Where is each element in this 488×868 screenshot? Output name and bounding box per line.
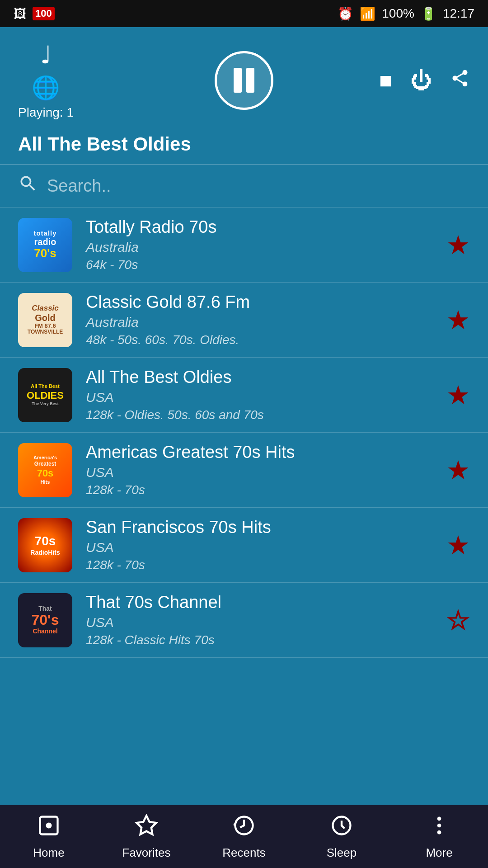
- wifi-icon: 📶: [360, 6, 375, 21]
- nav-home-label: Home: [33, 846, 64, 860]
- station-country: USA: [86, 540, 433, 555]
- station-name: Classic Gold 87.6 Fm: [86, 292, 433, 312]
- station-info: San Franciscos 70s Hits USA 128k - 70s: [86, 518, 433, 572]
- globe-icon: 🌐: [32, 75, 60, 101]
- station-name: All The Best Oldies: [86, 368, 433, 387]
- radio-item[interactable]: America'sGreatest70sHits Americas Greate…: [0, 433, 488, 508]
- search-icon: [18, 174, 38, 198]
- favorite-star[interactable]: ★: [446, 530, 470, 561]
- pause-bar-right: [246, 68, 254, 93]
- player-header: ♩ 🌐 Playing: 1 ■ ⏻: [0, 27, 488, 129]
- station-meta: 128k - Oldies. 50s. 60s and 70s: [86, 408, 433, 422]
- share-button[interactable]: [450, 68, 470, 93]
- svg-point-5: [437, 816, 441, 821]
- station-logo: totallyradio70's: [18, 218, 72, 272]
- pause-bar-left: [234, 68, 242, 93]
- photo-icon: 🖼: [14, 6, 26, 21]
- pause-button[interactable]: [215, 51, 273, 110]
- station-country: Australia: [86, 315, 433, 330]
- battery-icon: 🔋: [421, 6, 436, 21]
- favorites-icon: [135, 814, 158, 842]
- station-meta: 128k - Classic Hits 70s: [86, 633, 433, 647]
- sleep-icon: [330, 814, 353, 842]
- nav-favorites[interactable]: Favorites: [113, 814, 180, 860]
- station-info: Americas Greatest 70s Hits USA 128k - 70…: [86, 443, 433, 497]
- power-button[interactable]: ⏻: [410, 68, 432, 93]
- station-meta: 128k - 70s: [86, 483, 433, 497]
- svg-point-1: [46, 822, 52, 828]
- current-station-title: All The Best Oldies: [18, 133, 470, 155]
- nav-sleep-label: Sleep: [327, 846, 357, 860]
- nav-more-label: More: [426, 846, 452, 860]
- station-logo: All The BestOLDIESThe Very Best: [18, 368, 72, 422]
- favorite-star[interactable]: ★: [446, 230, 470, 260]
- nav-sleep[interactable]: Sleep: [308, 814, 375, 860]
- station-country: USA: [86, 615, 433, 630]
- station-logo: 70sRadioHits: [18, 518, 72, 572]
- stop-button[interactable]: ■: [379, 68, 392, 93]
- nav-home[interactable]: Home: [15, 814, 83, 860]
- radio-app-icon: 100: [33, 7, 55, 20]
- radio-list: totallyradio70's Totally Radio 70s Austr…: [0, 208, 488, 805]
- main-content: ♩ 🌐 Playing: 1 ■ ⏻ All The Best Oldie: [0, 27, 488, 805]
- radio-item[interactable]: ClassicGoldFM 87.6TOWNSVILLE Classic Gol…: [0, 283, 488, 358]
- nav-recents[interactable]: Recents: [210, 814, 278, 860]
- station-country: USA: [86, 390, 433, 405]
- station-country: Australia: [86, 240, 433, 255]
- station-name: Americas Greatest 70s Hits: [86, 443, 433, 462]
- station-logo: ClassicGoldFM 87.6TOWNSVILLE: [18, 293, 72, 347]
- nav-more[interactable]: More: [405, 814, 473, 860]
- station-logo: That70'sChannel: [18, 593, 72, 647]
- station-info: Classic Gold 87.6 Fm Australia 48k - 50s…: [86, 292, 433, 347]
- radio-item[interactable]: That70'sChannel That 70s Channel USA 128…: [0, 583, 488, 658]
- station-title-bar: All The Best Oldies: [0, 129, 488, 165]
- favorite-star[interactable]: ★: [446, 455, 470, 486]
- svg-point-6: [437, 823, 441, 827]
- svg-point-7: [437, 830, 441, 834]
- station-country: USA: [86, 465, 433, 480]
- station-info: That 70s Channel USA 128k - Classic Hits…: [86, 593, 433, 647]
- search-input[interactable]: [47, 176, 470, 196]
- player-right: ■ ⏻: [379, 68, 470, 93]
- status-bar: 🖼 100 ⏰ 📶 100% 🔋 12:17: [0, 0, 488, 27]
- station-meta: 128k - 70s: [86, 558, 433, 572]
- station-meta: 48k - 50s. 60s. 70s. Oldies.: [86, 333, 433, 347]
- bottom-nav: Home Favorites Recents Sleep: [0, 805, 488, 868]
- station-info: All The Best Oldies USA 128k - Oldies. 5…: [86, 368, 433, 422]
- player-center: [215, 51, 273, 110]
- player-left: ♩ 🌐 Playing: 1: [18, 41, 74, 120]
- radio-item[interactable]: totallyradio70's Totally Radio 70s Austr…: [0, 208, 488, 283]
- favorite-star[interactable]: ☆: [446, 605, 470, 636]
- search-bar: [0, 165, 488, 208]
- music-note-icon: ♩: [40, 41, 52, 69]
- station-name: That 70s Channel: [86, 593, 433, 612]
- station-info: Totally Radio 70s Australia 64k - 70s: [86, 217, 433, 272]
- signal-strength: 100%: [382, 6, 414, 21]
- alarm-icon: ⏰: [338, 6, 353, 21]
- station-name: Totally Radio 70s: [86, 217, 433, 237]
- station-meta: 64k - 70s: [86, 258, 433, 272]
- svg-marker-2: [136, 816, 156, 834]
- radio-item[interactable]: All The BestOLDIESThe Very Best All The …: [0, 358, 488, 433]
- nav-recents-label: Recents: [222, 846, 265, 860]
- playing-label: Playing: 1: [18, 105, 74, 120]
- radio-item[interactable]: 70sRadioHits San Franciscos 70s Hits USA…: [0, 508, 488, 583]
- pause-icon: [234, 68, 254, 93]
- time-display: 12:17: [443, 6, 474, 21]
- station-logo: America'sGreatest70sHits: [18, 443, 72, 497]
- recents-icon: [232, 814, 256, 842]
- home-icon: [37, 814, 61, 842]
- station-name: San Franciscos 70s Hits: [86, 518, 433, 537]
- favorite-star[interactable]: ★: [446, 305, 470, 335]
- favorite-star[interactable]: ★: [446, 380, 470, 410]
- nav-favorites-label: Favorites: [122, 846, 171, 860]
- more-icon: [427, 814, 451, 842]
